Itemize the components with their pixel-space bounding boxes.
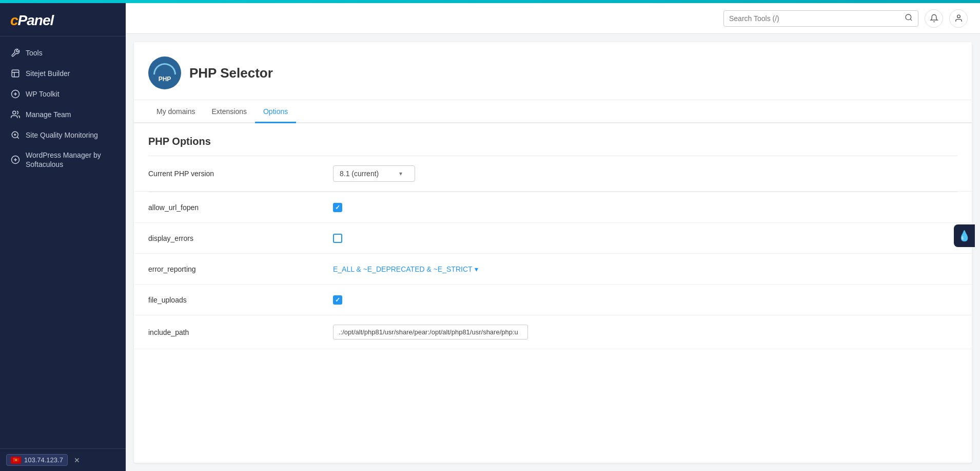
sidebar-item-wp-manager[interactable]: WordPress Manager by Softaculous — [0, 145, 126, 174]
display-errors-checkbox[interactable] — [333, 234, 342, 243]
error-reporting-label: error_reporting — [148, 265, 333, 273]
sidebar-item-manage-team[interactable]: Manage Team — [0, 104, 126, 125]
option-row-include-path: include_path — [134, 315, 972, 349]
tab-options[interactable]: Options — [255, 100, 296, 123]
ip-address: 103.74.123.7 — [24, 456, 63, 464]
display-errors-value — [333, 234, 342, 243]
sidebar-item-site-quality[interactable]: Site Quality Monitoring — [0, 125, 126, 145]
file-uploads-value — [333, 295, 342, 305]
php-selector-header: PHP PHP Selector — [134, 42, 972, 100]
svg-point-6 — [957, 15, 960, 18]
file-uploads-label: file_uploads — [148, 296, 333, 304]
tools-label: Tools — [26, 48, 43, 58]
flag-icon: 🇻🇳 — [11, 457, 21, 464]
manage-team-icon — [10, 109, 21, 120]
main-header — [126, 3, 980, 34]
ip-badge: 🇻🇳 103.74.123.7 — [6, 454, 68, 466]
sidebar-item-sitejet[interactable]: Sitejet Builder — [0, 63, 126, 84]
tab-my-domains[interactable]: My domains — [148, 100, 203, 123]
error-reporting-text: E_ALL & ~E_DEPRECATED & ~E_STRICT — [333, 265, 473, 273]
option-row-file-uploads: file_uploads — [134, 285, 972, 315]
wp-manager-icon — [10, 155, 21, 165]
chevron-down-icon: ▾ — [399, 170, 402, 177]
sidebar-nav: Tools Sitejet Builder WP Toolkit — [0, 36, 126, 448]
option-row-allow-url-fopen: allow_url_fopen — [134, 192, 972, 223]
php-logo: PHP — [148, 56, 181, 89]
php-gauge-arc — [153, 63, 176, 74]
close-ip-button[interactable]: ✕ — [72, 455, 82, 465]
php-version-text: 8.1 (current) — [340, 169, 379, 178]
chevron-down-icon-2: ▾ — [475, 265, 478, 273]
notifications-button[interactable] — [925, 9, 943, 28]
tools-icon — [10, 48, 21, 58]
file-uploads-checkbox[interactable] — [333, 295, 342, 305]
allow-url-fopen-value — [333, 203, 342, 212]
water-fab-button[interactable]: 💧 — [954, 224, 975, 247]
site-quality-icon — [10, 130, 21, 140]
php-version-label: Current PHP version — [148, 169, 333, 178]
sitejet-icon — [10, 68, 21, 79]
sidebar: cPanel Tools Sitejet Bu — [0, 3, 126, 471]
include-path-label: include_path — [148, 328, 333, 336]
search-tools-wrap — [723, 9, 968, 28]
sidebar-item-tools[interactable]: Tools — [0, 43, 126, 63]
page-title: PHP Selector — [189, 65, 273, 81]
user-menu-button[interactable] — [949, 9, 968, 28]
allow-url-fopen-checkbox[interactable] — [333, 203, 342, 212]
site-quality-label: Site Quality Monitoring — [26, 130, 98, 140]
display-errors-label: display_errors — [148, 234, 333, 242]
wp-icon — [10, 89, 21, 99]
option-row-display-errors: display_errors — [134, 223, 972, 254]
php-logo-inner: PHP — [153, 63, 176, 83]
include-path-value — [333, 325, 528, 340]
error-reporting-value: E_ALL & ~E_DEPRECATED & ~E_STRICT ▾ — [333, 265, 478, 273]
cpanel-logo: cPanel — [10, 12, 115, 29]
include-path-input[interactable] — [333, 325, 528, 340]
php-version-value: 8.1 (current) ▾ — [333, 165, 415, 182]
section-title: PHP Options — [134, 123, 972, 156]
manage-team-label: Manage Team — [26, 110, 71, 119]
allow-url-fopen-label: allow_url_fopen — [148, 203, 333, 212]
php-version-dropdown[interactable]: 8.1 (current) ▾ — [333, 165, 415, 182]
tabs-row: My domains Extensions Options — [134, 100, 972, 123]
svg-rect-0 — [12, 70, 19, 77]
sitejet-label: Sitejet Builder — [26, 69, 70, 78]
search-button[interactable] — [905, 13, 913, 24]
option-row-php-version: Current PHP version 8.1 (current) ▾ — [134, 156, 972, 192]
php-logo-text: PHP — [159, 76, 171, 83]
option-row-error-reporting: error_reporting E_ALL & ~E_DEPRECATED & … — [134, 254, 972, 285]
sidebar-logo: cPanel — [0, 3, 126, 36]
error-reporting-dropdown[interactable]: E_ALL & ~E_DEPRECATED & ~E_STRICT ▾ — [333, 265, 478, 273]
search-box — [723, 10, 918, 27]
main-area: PHP PHP Selector My domains Extensions O… — [126, 3, 980, 471]
tab-extensions[interactable]: Extensions — [203, 100, 254, 123]
content-area: PHP PHP Selector My domains Extensions O… — [134, 42, 972, 463]
wp-manager-label: WordPress Manager by Softaculous — [26, 150, 115, 169]
svg-point-5 — [906, 14, 911, 20]
search-input[interactable] — [729, 14, 901, 23]
wp-toolkit-label: WP Toolkit — [26, 89, 60, 99]
svg-point-2 — [13, 111, 16, 114]
sidebar-item-wp-toolkit[interactable]: WP Toolkit — [0, 84, 126, 104]
sidebar-footer: 🇻🇳 103.74.123.7 ✕ — [0, 448, 126, 471]
